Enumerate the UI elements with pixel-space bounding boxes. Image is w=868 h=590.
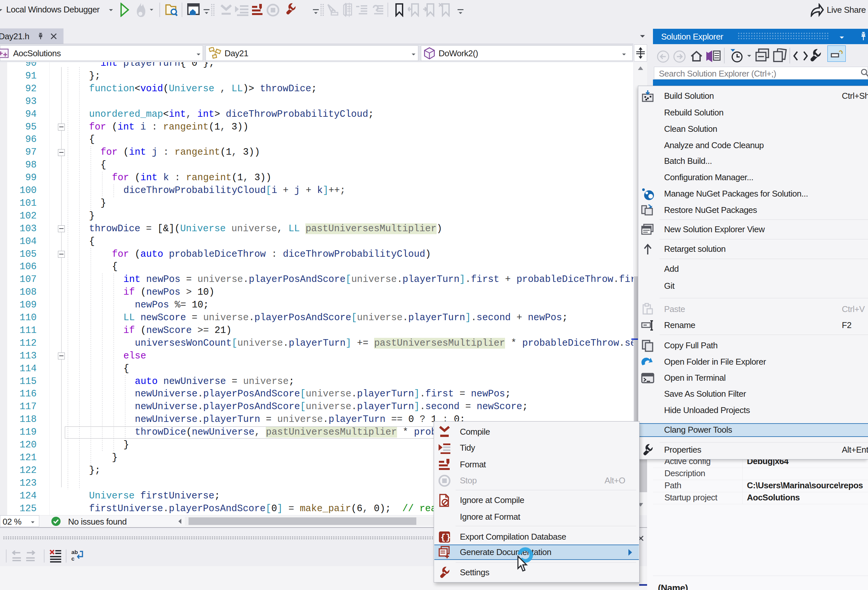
svg-text:{}: {} [441,533,451,543]
svg-text:ab: ab [71,549,78,555]
svg-text:c: c [71,556,74,562]
